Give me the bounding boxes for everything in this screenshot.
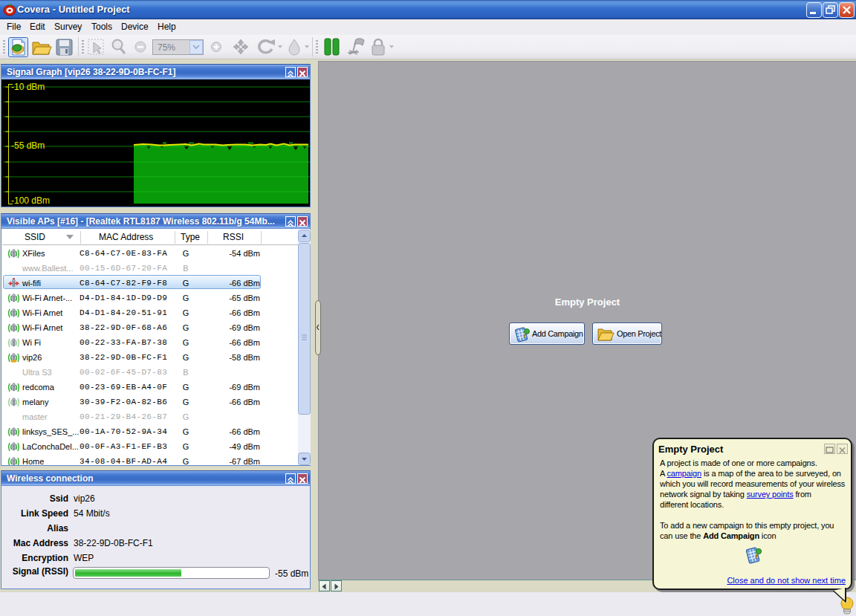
svg-text:-100 dBm: -100 dBm [11, 195, 50, 206]
svg-text:75%: 75% [158, 42, 175, 53]
svg-text:-10 dBm: -10 dBm [11, 82, 45, 92]
svg-text:-55 dBm: -55 dBm [11, 140, 45, 151]
